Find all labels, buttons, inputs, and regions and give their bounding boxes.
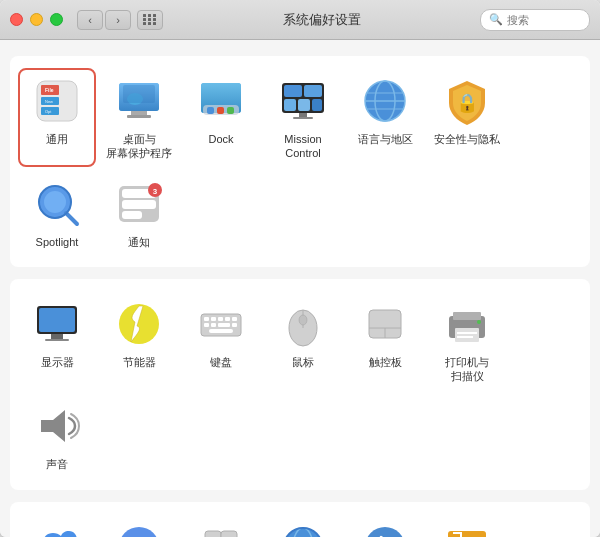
svg-rect-25 bbox=[299, 113, 307, 117]
svg-rect-26 bbox=[293, 117, 313, 119]
printer-icon bbox=[443, 300, 491, 348]
pref-extensions[interactable]: 扩展 bbox=[182, 514, 260, 537]
svg-rect-58 bbox=[232, 323, 237, 327]
svg-rect-69 bbox=[457, 332, 477, 334]
window-title: 系统偏好设置 bbox=[163, 11, 480, 29]
svg-rect-76 bbox=[205, 531, 221, 537]
pref-language[interactable]: 语言与地区 bbox=[346, 68, 424, 167]
notification-icon-wrapper: 3 bbox=[112, 177, 166, 231]
mission-icon-wrapper bbox=[276, 74, 330, 128]
display-icon-wrapper bbox=[30, 297, 84, 351]
nav-buttons: ‹ › bbox=[77, 10, 131, 30]
svg-rect-11 bbox=[127, 115, 151, 118]
svg-text:Opt: Opt bbox=[45, 109, 52, 114]
display-label: 显示器 bbox=[41, 355, 74, 369]
mouse-icon-wrapper bbox=[276, 297, 330, 351]
svg-rect-45 bbox=[39, 308, 75, 332]
svg-rect-17 bbox=[217, 107, 224, 114]
notification-label: 通知 bbox=[128, 235, 150, 249]
grid-icon bbox=[143, 14, 157, 25]
spotlight-icon bbox=[33, 180, 81, 228]
security-label: 安全性与隐私 bbox=[434, 132, 500, 146]
pref-mission[interactable]: MissionControl bbox=[264, 68, 342, 167]
svg-point-71 bbox=[477, 320, 481, 324]
dock-label: Dock bbox=[208, 132, 233, 146]
pref-energy[interactable]: 节能器 bbox=[100, 291, 178, 390]
search-input[interactable] bbox=[507, 14, 587, 26]
svg-rect-53 bbox=[225, 317, 230, 321]
pref-sharing[interactable]: ⚠ 共享 bbox=[428, 514, 506, 537]
energy-label: 节能器 bbox=[123, 355, 156, 369]
pref-mouse[interactable]: 鼠标 bbox=[264, 291, 342, 390]
bluetooth-icon bbox=[361, 523, 409, 537]
pref-dock[interactable]: Dock bbox=[182, 68, 260, 167]
extensions-icon-wrapper bbox=[194, 520, 248, 537]
hardware-icons-grid: 显示器 节能器 bbox=[18, 291, 582, 478]
svg-rect-87 bbox=[448, 531, 486, 537]
language-icon-wrapper bbox=[358, 74, 412, 128]
pref-trackpad[interactable]: 触控板 bbox=[346, 291, 424, 390]
close-button[interactable] bbox=[10, 13, 23, 26]
svg-text:File: File bbox=[45, 87, 54, 93]
extensions-icon bbox=[197, 523, 245, 537]
pref-icloud[interactable]: iCloud bbox=[18, 514, 96, 537]
section-internet: iCloud @ 互联网帐户 bbox=[10, 502, 590, 537]
language-icon bbox=[361, 77, 409, 125]
dock-icon bbox=[197, 77, 245, 125]
network-icon-wrapper bbox=[276, 520, 330, 537]
svg-rect-56 bbox=[211, 323, 216, 327]
icloud-icon bbox=[33, 523, 81, 537]
pref-printer[interactable]: 打印机与扫描仪 bbox=[428, 291, 506, 390]
svg-rect-21 bbox=[304, 85, 322, 97]
trackpad-label: 触控板 bbox=[369, 355, 402, 369]
notification-icon: 3 bbox=[115, 180, 163, 228]
svg-marker-72 bbox=[41, 410, 65, 442]
trackpad-icon-wrapper bbox=[358, 297, 412, 351]
dock-icon-wrapper bbox=[194, 74, 248, 128]
pref-internet-accounts[interactable]: @ 互联网帐户 bbox=[100, 514, 178, 537]
back-icon: ‹ bbox=[88, 14, 92, 26]
svg-rect-18 bbox=[227, 107, 234, 114]
svg-rect-23 bbox=[298, 99, 310, 111]
desktop-icon-wrapper bbox=[112, 74, 166, 128]
svg-rect-20 bbox=[284, 85, 302, 97]
svg-line-36 bbox=[66, 213, 77, 224]
general-icon-wrapper: File New Opt bbox=[30, 74, 84, 128]
sound-icon bbox=[33, 402, 81, 450]
svg-rect-41 bbox=[122, 211, 142, 219]
pref-notification[interactable]: 3 通知 bbox=[100, 171, 178, 255]
forward-button[interactable]: › bbox=[105, 10, 131, 30]
printer-icon-wrapper bbox=[440, 297, 494, 351]
internet-icons-grid: iCloud @ 互联网帐户 bbox=[18, 514, 582, 537]
svg-rect-22 bbox=[284, 99, 296, 111]
svg-rect-55 bbox=[204, 323, 209, 327]
pref-bluetooth[interactable]: 蓝牙 bbox=[346, 514, 424, 537]
pref-spotlight[interactable]: Spotlight bbox=[18, 171, 96, 255]
search-icon: 🔍 bbox=[489, 13, 503, 26]
energy-icon-wrapper bbox=[112, 297, 166, 351]
svg-rect-50 bbox=[204, 317, 209, 321]
pref-keyboard[interactable]: 键盘 bbox=[182, 291, 260, 390]
security-icon-wrapper: 🔒 bbox=[440, 74, 494, 128]
desktop-label: 桌面与屏幕保护程序 bbox=[106, 132, 172, 161]
pref-sound[interactable]: 声音 bbox=[18, 393, 96, 477]
apps-grid-button[interactable] bbox=[137, 10, 163, 30]
content-area: File New Opt 通用 bbox=[0, 40, 600, 537]
back-button[interactable]: ‹ bbox=[77, 10, 103, 30]
svg-rect-47 bbox=[45, 339, 69, 341]
pref-general[interactable]: File New Opt 通用 bbox=[18, 68, 96, 167]
section-hardware: 显示器 节能器 bbox=[10, 279, 590, 490]
svg-rect-52 bbox=[218, 317, 223, 321]
svg-rect-57 bbox=[218, 323, 230, 327]
pref-desktop[interactable]: 桌面与屏幕保护程序 bbox=[100, 68, 178, 167]
minimize-button[interactable] bbox=[30, 13, 43, 26]
pref-display[interactable]: 显示器 bbox=[18, 291, 96, 390]
desktop-icon bbox=[115, 77, 163, 125]
search-box[interactable]: 🔍 bbox=[480, 9, 590, 31]
maximize-button[interactable] bbox=[50, 13, 63, 26]
pref-security[interactable]: 🔒 安全性与隐私 bbox=[428, 68, 506, 167]
svg-rect-10 bbox=[131, 111, 147, 115]
pref-network[interactable]: 网络 bbox=[264, 514, 342, 537]
svg-rect-51 bbox=[211, 317, 216, 321]
svg-rect-24 bbox=[312, 99, 322, 111]
